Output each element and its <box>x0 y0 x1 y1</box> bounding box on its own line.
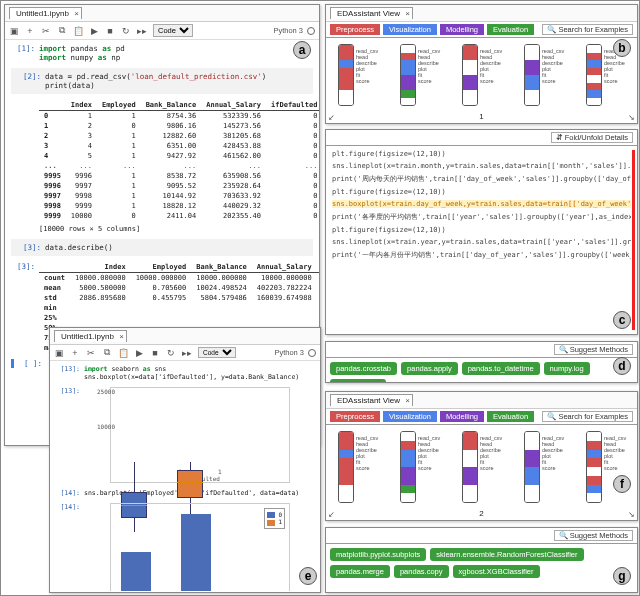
pill-evaluation[interactable]: Evaluation <box>487 411 534 422</box>
run-all-icon[interactable]: ▸▸ <box>137 26 147 36</box>
code-snippet[interactable]: sns.lineplot(x=train.year,y=train.sales,… <box>332 238 631 246</box>
suggest-pill[interactable]: sklearn.ensemble.RandomForestClassifier <box>430 548 583 561</box>
notebook-tab[interactable]: Untitled1.ipynb × <box>54 330 127 342</box>
recipe-steps: read_csvheaddescribeplotfitscore <box>356 48 400 84</box>
suggest-pill[interactable]: pandas.crosstab <box>330 362 397 375</box>
recipe-card[interactable]: read_csvheaddescribeplotfitscore <box>524 431 540 503</box>
search-examples[interactable]: 🔍Search for Examples <box>542 24 633 35</box>
close-icon[interactable]: × <box>405 9 410 18</box>
assistant-header: Preprocess Visualization Modelling Evalu… <box>326 409 637 425</box>
pill-modelling[interactable]: Modelling <box>440 411 484 422</box>
close-icon[interactable]: × <box>119 332 124 341</box>
code-cell[interactable]: [13]: import seaborn as snssns.boxplot(x… <box>56 365 314 381</box>
cell-code: import seaborn as snssns.boxplot(x=data[… <box>84 365 299 381</box>
cell-code[interactable]: import pandas as pd import numpy as np <box>39 44 125 62</box>
close-icon[interactable]: × <box>405 396 410 405</box>
paste-icon[interactable]: 📋 <box>118 348 128 358</box>
add-cell-icon[interactable]: + <box>25 26 35 36</box>
celltype-select[interactable]: Code <box>153 24 193 37</box>
recipe-card[interactable]: read_csvheaddescribeplotfitscore <box>586 44 602 106</box>
stop-icon[interactable]: ■ <box>150 348 160 358</box>
assistant-panel-f: EDAssistant View × Preprocess Visualizat… <box>325 391 638 521</box>
code-snippet[interactable]: sns.boxplot(x=train.day_of_week,y=train.… <box>332 200 631 208</box>
panel-label-a: a <box>293 41 311 59</box>
stop-icon[interactable]: ■ <box>105 26 115 36</box>
code-snippet[interactable]: plt.figure(figsize=(12,10)) <box>332 188 631 196</box>
next-page-icon[interactable]: ↘ <box>628 113 635 122</box>
data-head-table: IndexEmployedBank_BalanceAnnual_Salaryif… <box>39 100 319 221</box>
suggest-pill[interactable]: xgboost.XGBClassifier <box>453 565 540 578</box>
notebook-tab[interactable]: Untitled1.ipynb × <box>9 7 82 19</box>
suggest-pill[interactable]: matplotlib.pyplot.subplots <box>330 548 426 561</box>
cell-code[interactable]: data = pd.read_csv('loan_default_predict… <box>45 72 266 90</box>
prev-page-icon[interactable]: ↙ <box>328 113 335 122</box>
restart-icon[interactable]: ↻ <box>121 26 131 36</box>
code-snippet[interactable]: sns.lineplot(x=train.month,y=train.sales… <box>332 162 631 170</box>
recipe-card[interactable]: read_csvheaddescribeplotfitscore <box>462 44 478 106</box>
code-snippet[interactable]: print('周内每天的平均销售',train[['day_of_week','… <box>332 174 631 184</box>
save-icon[interactable]: ▣ <box>54 348 64 358</box>
pill-visualization[interactable]: Visualization <box>383 411 437 422</box>
suggest-pill[interactable]: numpy.log <box>544 362 590 375</box>
panel-label-g: g <box>613 567 631 585</box>
fold-title-box[interactable]: ⇵Fold/Unfold Details <box>551 132 633 143</box>
suggest-pill[interactable]: pandas.merge <box>330 565 390 578</box>
code-snippets[interactable]: plt.figure(figsize=(12,10))sns.lineplot(… <box>326 146 637 334</box>
kernel-status-icon <box>308 349 316 357</box>
next-page-icon[interactable]: ↘ <box>628 510 635 519</box>
code-snippet[interactable]: print('一年内各月份平均销售',train[['day_of_year',… <box>332 250 631 260</box>
notebook-body[interactable]: [13]: import seaborn as snssns.boxplot(x… <box>50 361 320 591</box>
copy-icon[interactable]: ⧉ <box>57 25 67 36</box>
pill-modelling[interactable]: Modelling <box>440 24 484 35</box>
output-cell: [13]: 25000 10000 0 <box>56 387 314 483</box>
notebook-toolbar: ▣ + ✂ ⧉ 📋 ▶ ■ ↻ ▸▸ Code Python 3 <box>5 22 319 40</box>
recipe-card[interactable]: read_csvheaddescribeplotfitscore <box>400 431 416 503</box>
output-note: [10000 rows × 5 columns] <box>39 225 319 233</box>
cut-icon[interactable]: ✂ <box>86 348 96 358</box>
suggest-pill[interactable]: pandas.apply <box>401 362 458 375</box>
suggest-pill[interactable]: numpy.where <box>330 379 386 383</box>
suggest-pill[interactable]: pandas.to_datetime <box>462 362 540 375</box>
barplot-output: 0 1 0 1Employed <box>110 503 290 591</box>
run-icon[interactable]: ▶ <box>89 26 99 36</box>
code-snippet[interactable]: print('各季度的平均销售',train[['year','sales']]… <box>332 212 631 222</box>
pill-visualization[interactable]: Visualization <box>383 24 437 35</box>
run-all-icon[interactable]: ▸▸ <box>182 348 192 358</box>
panel-label-b: b <box>613 39 631 57</box>
assistant-panel-b: EDAssistant View × Preprocess Visualizat… <box>325 4 638 124</box>
add-cell-icon[interactable]: + <box>70 348 80 358</box>
celltype-select[interactable]: Code <box>198 347 236 358</box>
code-cell[interactable]: [3]: data.describe() <box>11 239 313 256</box>
code-cell-active[interactable]: [2]: data = pd.read_csv('loan_default_pr… <box>11 68 313 94</box>
recipe-card[interactable]: read_csvheaddescribeplotfitscore <box>400 44 416 106</box>
pill-preprocess[interactable]: Preprocess <box>330 411 380 422</box>
paste-icon[interactable]: 📋 <box>73 26 83 36</box>
recipe-card[interactable]: read_csvheaddescribeplotfitscore <box>462 431 478 503</box>
pill-preprocess[interactable]: Preprocess <box>330 24 380 35</box>
assistant-header: Preprocess Visualization Modelling Evalu… <box>326 22 637 38</box>
suggest-pill[interactable]: pandas.copy <box>394 565 449 578</box>
assistant-tab[interactable]: EDAssistant View × <box>330 7 413 19</box>
fold-header: ⇵Fold/Unfold Details <box>326 130 637 146</box>
suggest-title-box[interactable]: 🔍Suggest Methods <box>554 344 633 355</box>
suggest-title-box[interactable]: 🔍Suggest Methods <box>554 530 633 541</box>
run-icon[interactable]: ▶ <box>134 348 144 358</box>
recipe-card[interactable]: read_csvheaddescribeplotfitscore <box>524 44 540 106</box>
code-snippet[interactable]: plt.figure(figsize=(12,10)) <box>332 150 631 158</box>
assistant-tab[interactable]: EDAssistant View × <box>330 394 413 406</box>
close-icon[interactable]: × <box>74 9 79 18</box>
prev-page-icon[interactable]: ↙ <box>328 510 335 519</box>
cut-icon[interactable]: ✂ <box>41 26 51 36</box>
code-cell[interactable]: [1]: import pandas as pd import numpy as… <box>11 44 313 62</box>
search-examples[interactable]: 🔍Search for Examples <box>542 411 633 422</box>
recipe-card[interactable]: read_csvheaddescribeplotfitscore <box>338 431 354 503</box>
copy-icon[interactable]: ⧉ <box>102 347 112 358</box>
save-icon[interactable]: ▣ <box>9 26 19 36</box>
code-snippet[interactable]: plt.figure(figsize=(12,10)) <box>332 226 631 234</box>
recipe-card[interactable]: read_csvheaddescribeplotfitscore <box>586 431 602 503</box>
cell-code[interactable]: data.describe() <box>45 243 113 252</box>
notebook-tab-title: Untitled1.ipynb <box>61 332 114 341</box>
recipe-card[interactable]: read_csvheaddescribeplotfitscore <box>338 44 354 106</box>
restart-icon[interactable]: ↻ <box>166 348 176 358</box>
pill-evaluation[interactable]: Evaluation <box>487 24 534 35</box>
